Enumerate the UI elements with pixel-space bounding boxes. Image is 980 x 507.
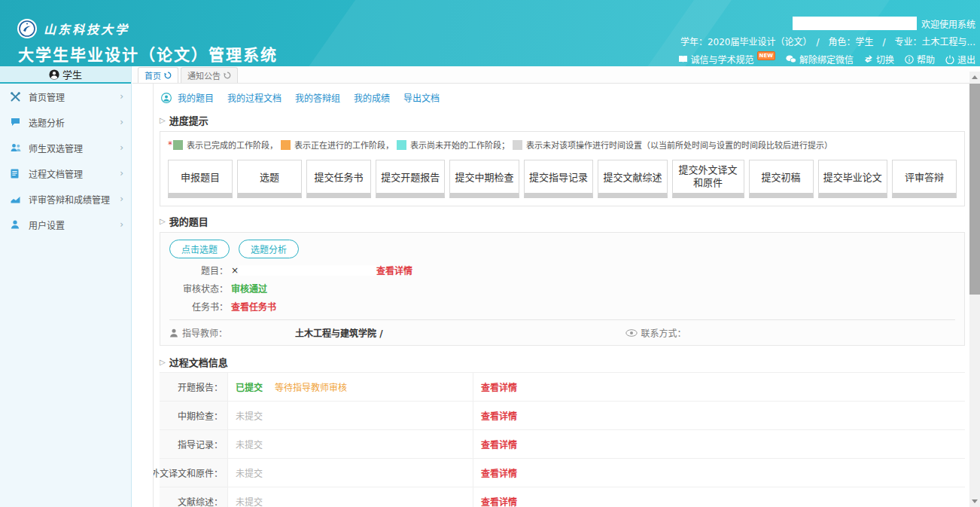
users-icon [11,143,23,152]
system-title: 大学生毕业设计（论文）管理系统 [18,42,278,65]
view-detail-link[interactable]: 查看详情 [481,466,517,479]
sidebar-item-topic-analysis[interactable]: 选题分析 › [0,109,131,135]
quick-link-my-process-docs[interactable]: 我的过程文档 [227,91,282,104]
sidebar-menu: 首页管理 › 选题分析 › 师生双选管理 › [0,84,131,237]
header-links: 诚信与学术规范 NEW 解除绑定微信 切换 帮助 退出 [678,53,975,66]
status-badge: 未提交 [236,466,263,479]
student-icon [161,93,172,103]
table-row-proposal: 开题报告： 已提交 等待指导教师审核 查看详情 [160,373,965,402]
sidebar-item-user-settings[interactable]: 用户设置 › [0,212,131,237]
sidebar-item-label: 过程文档管理 [29,167,120,180]
refresh-icon[interactable] [164,72,172,79]
view-task-book-link[interactable]: 查看任务书 [231,300,276,313]
welcome-row: 欢迎使用系统 [678,17,975,30]
legend-completed-swatch [173,140,183,150]
sidebar: 学生 首页管理 › 选题分析 › 师生双选管理 [0,66,132,507]
book-icon [678,55,688,63]
sidebar-item-review-grades[interactable]: 评审答辩和成绩管理 › [0,186,131,212]
table-row-guidance-record: 指导记录： 未提交 查看详情 [160,430,965,459]
user-icon [11,220,23,229]
table-row-midterm: 中期检查： 未提交 查看详情 [160,402,965,430]
triangle-marker-icon: ▷ [160,116,166,124]
topic-title-redacted [239,265,376,276]
legend-not-started: 表示尚未开始的工作阶段； [397,139,510,151]
scroll-down-button[interactable] [969,496,980,507]
topic-title-row: 题目： × 查看详情 [169,264,955,276]
sidebar-item-process-docs[interactable]: 过程文档管理 › [0,160,131,186]
row-value: 未提交 [228,402,473,429]
switch-role-link[interactable]: 切换 [864,53,894,66]
chevron-right-icon: › [120,91,123,102]
document-icon [11,169,23,179]
logout-link[interactable]: 退出 [945,53,975,66]
advisor-label: 指导教师： [182,326,227,339]
view-detail-link[interactable]: 查看详情 [481,438,517,450]
advisor-info: 指导教师： 土木工程与建筑学院 / [169,326,625,339]
unbind-wechat-link[interactable]: 解除绑定微信 [786,53,854,66]
switch-icon [864,55,873,63]
task-book-row: 任务书： 查看任务书 [169,300,955,313]
status-badge: 未提交 [236,438,263,450]
university-logo-row: 山东科技大学 [17,18,129,39]
quick-link-my-defense-group[interactable]: 我的答辩组 [295,91,340,104]
quick-links-row: 我的题目 我的过程文档 我的答辩组 我的成绩 导出文档 [160,90,965,107]
tab-home[interactable]: 首页 [138,67,178,83]
status-note: 等待指导教师审核 [275,380,347,393]
task-book-label: 任务书： [169,300,228,313]
topic-detail-link[interactable]: 查看详情 [376,264,412,276]
step-submit-guidance-record: 提交指导记录 [524,160,593,198]
quick-link-export-docs[interactable]: 导出文档 [403,91,440,104]
view-detail-link[interactable]: 查看详情 [481,495,517,507]
quick-link-my-topic[interactable]: 我的题目 [178,91,214,104]
process-docs-table: 开题报告： 已提交 等待指导教师审核 查看详情 中期检查： 未提交 [160,372,965,507]
sidebar-item-label: 师生双选管理 [29,142,120,154]
triangle-marker-icon: ▷ [160,217,166,225]
help-link[interactable]: 帮助 [905,53,935,66]
top-header: 山东科技大学 大学生毕业设计（论文）管理系统 欢迎使用系统 学年：2020届毕业… [0,0,980,66]
quick-link-my-grades[interactable]: 我的成绩 [354,91,390,104]
step-submit-literature-review: 提交文献综述 [598,160,667,198]
scrollbar-thumb[interactable] [969,84,980,295]
step-submit-translation: 提交外文译文和原件 [672,160,744,198]
topic-analysis-button[interactable]: 选题分析 [239,240,299,258]
row-value: 未提交 [228,430,473,458]
session-meta: 学年：2020届毕业设计（论文） / 角色：学生 / 专业：土木工程与... [678,35,975,47]
sidebar-item-label: 评审答辩和成绩管理 [29,193,120,206]
advisor-college: 土木工程与建筑学院 / [295,326,383,339]
chevron-right-icon: › [120,117,123,127]
section-process-docs-title: ▷ 过程文档信息 [160,355,965,369]
person-icon [169,328,178,337]
refresh-icon[interactable] [224,72,231,79]
new-badge: NEW [757,51,775,60]
step-select-topic: 选题 [237,160,302,198]
row-value: 已提交 等待指导教师审核 [228,373,473,401]
view-detail-link[interactable]: 查看详情 [481,409,517,422]
chat-icon [11,118,23,127]
audit-status-label: 审核状态： [169,282,228,295]
row-value: 未提交 [228,459,473,487]
legend-no-time-set: 表示未对该项操作进行时间设置（以当前所处时间与设置的时间段比较后进行提示） [513,139,832,151]
triangle-marker-icon: ▷ [160,358,166,366]
vertical-scrollbar[interactable] [969,72,980,507]
required-asterisk: * [168,139,172,150]
legend-completed: 表示已完成的工作阶段， [173,139,278,151]
tools-icon [11,92,23,102]
step-submit-task-book: 提交任务书 [306,160,371,198]
university-seal-icon [17,18,38,39]
sidebar-item-home-management[interactable]: 首页管理 › [0,84,131,109]
my-topic-box: 点击选题 选题分析 题目： × 查看详情 审核状态： 审核通过 任务书： 查看任… [160,232,965,346]
integrity-link[interactable]: 诚信与学术规范 NEW [678,53,775,66]
progress-steps: 申报题目 选题 提交任务书 提交开题报告 提交中期检查 提交指导记录 提交文献综… [168,160,957,198]
step-declare-topic: 申报题目 [168,160,233,198]
wechat-icon [786,55,796,63]
view-detail-link[interactable]: 查看详情 [481,380,517,393]
tab-notices[interactable]: 通知公告 [181,67,238,83]
status-badge: 未提交 [236,495,263,507]
click-select-topic-button[interactable]: 点击选题 [169,240,230,258]
chevron-right-icon: › [120,219,123,230]
chevron-right-icon: › [120,142,123,153]
username-redacted [793,17,917,30]
main-content: 首页 通知公告 我的题目 我的过程文档 我的答辩组 我的成绩 导出文档 [132,66,980,507]
sidebar-item-mutual-selection[interactable]: 师生双选管理 › [0,135,131,160]
scroll-up-button[interactable] [969,72,980,83]
